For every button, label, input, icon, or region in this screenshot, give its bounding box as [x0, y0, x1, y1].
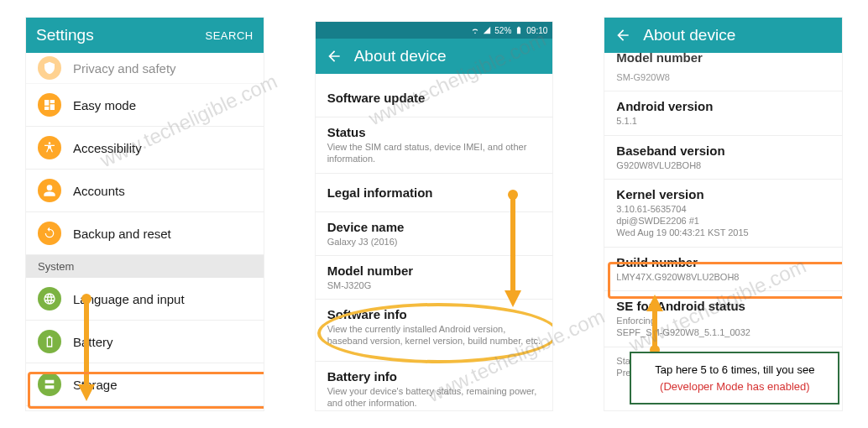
item-device-name[interactable]: Device name Galaxy J3 (2016) [316, 212, 553, 256]
item-label: Storage [73, 378, 118, 392]
item-label: Language and input [73, 292, 185, 306]
item-software-info[interactable]: Software info View the currently install… [316, 300, 553, 362]
back-icon[interactable] [326, 48, 342, 65]
settings-header: Settings SEARCH [26, 18, 264, 53]
back-icon[interactable] [614, 27, 631, 44]
privacy-icon [38, 56, 61, 80]
item-storage[interactable]: Storage [26, 363, 264, 406]
header-title: Settings [36, 26, 193, 44]
about-header: About device [316, 39, 553, 74]
header-title: About device [354, 47, 543, 65]
about-header: About device [604, 18, 842, 53]
battery-icon [38, 330, 61, 353]
item-label: Build number [616, 255, 698, 269]
item-se-android[interactable]: SE for Android status Enforcing SEPF_SM-… [604, 291, 842, 347]
battery-icon [515, 26, 523, 34]
item-label: Easy mode [73, 98, 136, 112]
item-label: Battery [73, 335, 113, 349]
status-bar: 52% 09:10 [316, 22, 553, 39]
header-title: About device [643, 26, 832, 44]
item-model-number[interactable]: Model number SM-G920W8 [604, 53, 842, 91]
language-icon [38, 287, 61, 311]
item-date-time[interactable]: Date and time [26, 406, 264, 410]
signal-icon [483, 26, 491, 34]
item-label: Backup and reset [73, 227, 171, 241]
item-sub: Enforcing SEPF_SM-G920W8_5.1.1_0032 [616, 315, 750, 339]
item-accessibility[interactable]: Accessibility [26, 127, 264, 170]
item-accounts[interactable]: Accounts [26, 170, 264, 212]
item-sub: View your device's battery status, remai… [327, 385, 541, 410]
item-kernel-version[interactable]: Kernel version 3.10.61-5635704 dpi@SWDE2… [604, 180, 842, 248]
item-android-version[interactable]: Android version 5.1.1 [604, 91, 842, 135]
item-label: Accessibility [73, 141, 142, 155]
item-language-input[interactable]: Language and input [26, 278, 264, 321]
item-label: Kernel version [616, 187, 703, 201]
settings-list: Privacy and safety Easy mode Accessibili… [26, 53, 264, 410]
easy-mode-icon [38, 93, 61, 117]
callout-line2: (Developer Mode has enabled) [645, 378, 824, 395]
item-label: Device name [327, 220, 405, 234]
callout-line1: Tap here 5 to 6 times, till you see [645, 362, 824, 378]
item-sub: View the SIM card status, device IMEI, a… [327, 141, 541, 165]
item-label: SE for Android status [616, 299, 745, 313]
settings-panel: Settings SEARCH Privacy and safety Easy … [25, 17, 264, 411]
item-sub: 3.10.61-5635704 dpi@SWDE2206 #1 Wed Aug … [616, 203, 748, 239]
item-label: Accounts [73, 184, 125, 198]
item-legal[interactable]: Legal information [316, 174, 553, 212]
item-label: Battery info [327, 369, 397, 384]
item-sub: G920W8VLU2BOH8 [616, 159, 701, 171]
item-model-number[interactable]: Model number SM-J320G [316, 256, 553, 300]
storage-icon [38, 373, 61, 396]
item-label: Model number [616, 53, 703, 65]
item-sub: 5.1.1 [616, 115, 636, 127]
item-battery-info[interactable]: Battery info View your device's battery … [316, 362, 553, 410]
about-panel-2: About device Model number SM-G920W8 Andr… [604, 17, 843, 411]
item-battery[interactable]: Battery [26, 321, 264, 363]
item-label: Legal information [327, 185, 433, 200]
item-sub: LMY47X.G920W8VLU2BOH8 [616, 271, 739, 283]
item-label: Android version [616, 99, 713, 113]
item-label: Baseband version [616, 144, 724, 158]
accounts-icon [38, 179, 61, 202]
accessibility-icon [38, 136, 61, 159]
battery-pct: 52% [494, 26, 511, 35]
item-sub: SM-G920W8 [616, 71, 670, 83]
wifi-icon [471, 26, 479, 34]
item-sub: SM-J320G [327, 279, 372, 291]
item-label: Software update [327, 91, 426, 105]
about-list: Software update Status View the SIM card… [316, 74, 553, 410]
item-label: Model number [327, 264, 414, 278]
item-software-update[interactable]: Software update [316, 74, 553, 117]
item-build-number[interactable]: Build number LMY47X.G920W8VLU2BOH8 [604, 248, 842, 291]
item-baseband-version[interactable]: Baseband version G920W8VLU2BOH8 [604, 136, 842, 180]
item-label: Software info [327, 307, 407, 321]
system-section-header: System [26, 255, 264, 278]
item-label: Privacy and safety [73, 61, 176, 76]
item-sub: Galaxy J3 (2016) [327, 236, 398, 248]
item-status[interactable]: Status View the SIM card status, device … [316, 117, 553, 174]
callout-developer-mode: Tap here 5 to 6 times, till you see (Dev… [630, 352, 839, 405]
status-time: 09:10 [526, 26, 547, 35]
backup-icon [38, 222, 61, 245]
search-action[interactable]: SEARCH [205, 29, 253, 42]
item-label: Status [327, 125, 366, 139]
about-panel-1: 52% 09:10 About device Software update S… [315, 21, 554, 411]
item-sub: View the currently installed Android ver… [327, 323, 541, 347]
item-backup-reset[interactable]: Backup and reset [26, 212, 264, 255]
item-easy-mode[interactable]: Easy mode [26, 84, 264, 127]
item-privacy-safety[interactable]: Privacy and safety [26, 53, 264, 84]
